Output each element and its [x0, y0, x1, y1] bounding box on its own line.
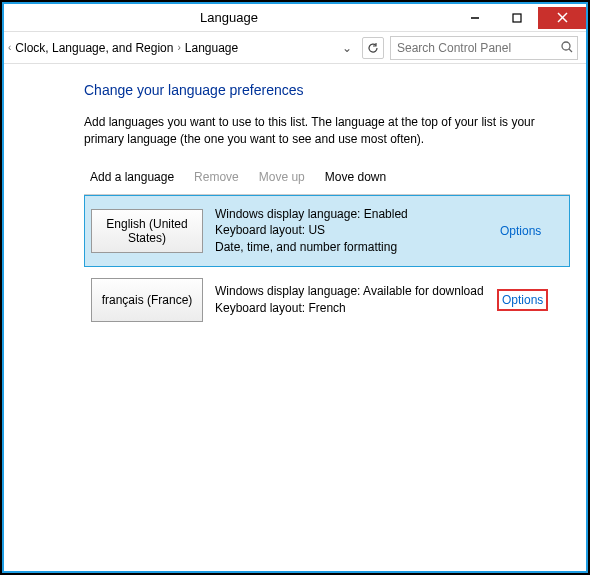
address-dropdown[interactable]: ⌄ [338, 37, 356, 59]
breadcrumb[interactable]: ‹ Clock, Language, and Region › Language [4, 41, 332, 55]
address-bar: ‹ Clock, Language, and Region › Language… [4, 32, 586, 64]
titlebar: Language [4, 4, 586, 32]
sidebar-link-format[interactable]: or number [4, 142, 48, 156]
close-button[interactable] [538, 7, 586, 29]
remove-button: Remove [194, 170, 239, 184]
language-details: Windows display language: Available for … [215, 283, 485, 317]
toolbar: Add a language Remove Move up Move down [84, 164, 570, 192]
move-up-button: Move up [259, 170, 305, 184]
main-content: Change your language preferences Add lan… [48, 64, 586, 571]
language-details: Windows display language: EnabledKeyboar… [215, 206, 485, 256]
breadcrumb-page[interactable]: Language [185, 41, 238, 55]
minimize-button[interactable] [454, 7, 496, 29]
search-box [390, 36, 578, 60]
page-heading: Change your language preferences [84, 82, 570, 98]
svg-line-5 [569, 49, 572, 52]
language-name-box[interactable]: français (France) [91, 278, 203, 322]
svg-rect-1 [513, 14, 521, 22]
language-row[interactable]: English (United States)Windows display l… [84, 195, 570, 267]
page-description: Add languages you want to use to this li… [84, 114, 570, 148]
refresh-button[interactable] [362, 37, 384, 59]
chevron-right-icon: › [177, 42, 180, 53]
chevron-left-icon: ‹ [8, 42, 11, 53]
maximize-button[interactable] [496, 7, 538, 29]
move-down-button[interactable]: Move down [325, 170, 386, 184]
options-link[interactable]: Options [497, 289, 548, 311]
sidebar: or number [4, 64, 48, 571]
window-title: Language [4, 10, 454, 25]
breadcrumb-group[interactable]: Clock, Language, and Region [15, 41, 173, 55]
language-name-box[interactable]: English (United States) [91, 209, 203, 253]
search-input[interactable] [390, 36, 578, 60]
options-link[interactable]: Options [497, 222, 544, 240]
language-row[interactable]: français (France)Windows display languag… [84, 267, 570, 333]
search-icon[interactable] [560, 40, 574, 57]
language-list: English (United States)Windows display l… [84, 194, 570, 333]
add-language-button[interactable]: Add a language [90, 170, 174, 184]
svg-point-4 [562, 42, 570, 50]
